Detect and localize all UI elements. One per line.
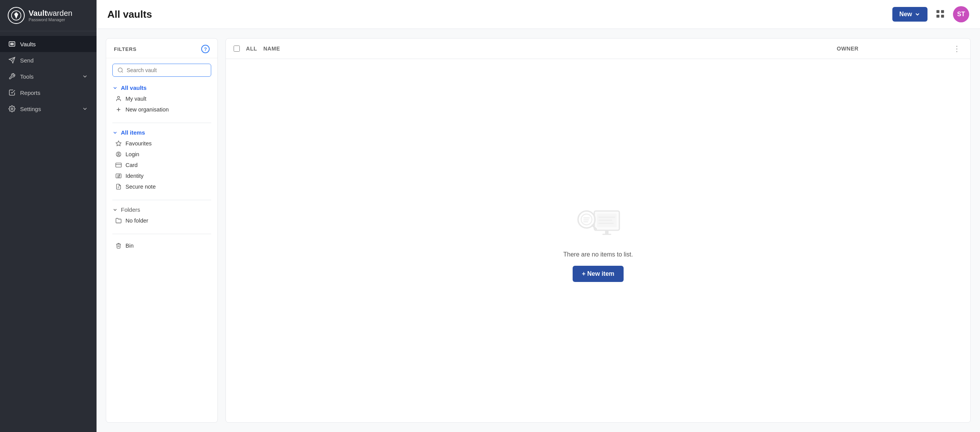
svg-rect-7 (936, 15, 939, 18)
page-title: All vaults (107, 8, 892, 20)
login-label: Login (125, 151, 139, 157)
items-section: All items Favourites Login (106, 127, 217, 196)
my-vault-label: My vault (125, 96, 146, 102)
filters-header: FILTERS ? (106, 39, 217, 58)
vaults-section: All vaults My vault New organisation (106, 82, 217, 119)
select-all-label: All (246, 46, 257, 52)
svg-point-9 (118, 68, 122, 72)
filters-panel: FILTERS ? All vaults (106, 38, 218, 423)
search-box[interactable] (112, 64, 211, 77)
col-name-header: Name (263, 46, 831, 52)
person-icon (115, 96, 122, 102)
topbar-actions: New ST (892, 6, 969, 22)
card-item[interactable]: Card (112, 160, 211, 170)
topbar: All vaults New ST (97, 0, 980, 29)
new-button[interactable]: New (892, 7, 927, 22)
svg-point-23 (119, 175, 120, 176)
note-icon (115, 184, 122, 190)
collapse-folders-icon (112, 207, 118, 213)
identity-icon (115, 173, 122, 179)
svg-rect-28 (605, 230, 609, 234)
sidebar-item-tools[interactable]: Tools (0, 68, 97, 84)
help-icon-label: ? (204, 46, 207, 52)
new-item-button[interactable]: + New item (573, 266, 624, 282)
empty-state: There are no items to list. + New item (226, 59, 970, 422)
vault-icon (8, 40, 15, 47)
my-vault-item[interactable]: My vault (112, 93, 211, 104)
col-actions-header: ⋮ (951, 44, 963, 53)
select-all-checkbox[interactable] (234, 46, 240, 52)
all-items-header[interactable]: All items (112, 129, 211, 136)
divider-1 (112, 123, 211, 123)
bin-icon (115, 243, 122, 249)
empty-message: There are no items to list. (563, 251, 633, 258)
login-icon (115, 151, 122, 157)
favourites-item[interactable]: Favourites (112, 138, 211, 149)
logo-icon (8, 7, 25, 24)
svg-rect-8 (941, 15, 944, 18)
login-item[interactable]: Login (112, 149, 211, 160)
sidebar-item-settings[interactable]: Settings (0, 101, 97, 117)
all-items-label: All items (121, 129, 145, 136)
no-folder-item[interactable]: No folder (112, 215, 211, 226)
grid-view-button[interactable] (933, 7, 948, 22)
card-icon (115, 162, 122, 168)
folder-icon (115, 218, 122, 224)
folders-section: Folders No folder (106, 204, 217, 230)
bin-item[interactable]: Bin (112, 240, 211, 251)
sidebar-nav: Vaults Send Tools Reports (0, 31, 97, 432)
avatar[interactable]: ST (953, 6, 969, 22)
sidebar: Vaultwarden Password Manager Vaults Send (0, 0, 97, 432)
sidebar-item-send-label: Send (20, 57, 34, 64)
svg-rect-17 (116, 163, 122, 167)
sidebar-item-vaults[interactable]: Vaults (0, 36, 97, 52)
divider-3 (112, 234, 211, 234)
send-icon (8, 57, 15, 64)
new-button-label: New (899, 11, 912, 18)
table-more-icon[interactable]: ⋮ (953, 44, 961, 53)
sidebar-item-send[interactable]: Send (0, 52, 97, 68)
col-owner-header: Owner (837, 46, 945, 52)
main-area: All vaults New ST (97, 0, 980, 432)
reports-icon (8, 89, 15, 96)
new-organisation-item[interactable]: New organisation (112, 104, 211, 115)
svg-rect-6 (941, 10, 944, 13)
sidebar-item-reports-label: Reports (20, 89, 41, 96)
svg-marker-14 (116, 141, 121, 146)
bin-label: Bin (125, 243, 134, 249)
svg-point-11 (117, 96, 119, 98)
all-vaults-label: All vaults (121, 84, 147, 91)
collapse-items-icon (112, 130, 118, 135)
secure-note-label: Secure note (125, 184, 156, 190)
sidebar-item-vaults-label: Vaults (20, 41, 36, 47)
folders-header[interactable]: Folders (112, 206, 211, 213)
app-name: Vaultwarden (29, 9, 72, 17)
svg-rect-5 (936, 10, 939, 13)
identity-label: Identity (125, 173, 144, 179)
tools-icon (8, 73, 15, 80)
identity-item[interactable]: Identity (112, 170, 211, 181)
bin-section: Bin (106, 238, 217, 255)
sidebar-item-reports[interactable]: Reports (0, 84, 97, 101)
app-subtitle: Password Manager (29, 17, 72, 22)
svg-point-3 (12, 44, 12, 44)
collapse-vaults-icon (112, 85, 118, 91)
new-item-button-label: + New item (582, 270, 614, 277)
avatar-initials: ST (957, 11, 965, 18)
secure-note-item[interactable]: Secure note (112, 181, 211, 192)
settings-chevron-icon (82, 106, 88, 112)
settings-icon (8, 105, 15, 112)
content-area: FILTERS ? All vaults (97, 29, 980, 432)
all-vaults-header[interactable]: All vaults (112, 84, 211, 91)
chevron-down-icon (914, 11, 921, 17)
logo-text: Vaultwarden Password Manager (29, 9, 72, 22)
sidebar-item-settings-label: Settings (20, 106, 41, 112)
vault-area: All Name Owner ⋮ (226, 38, 971, 423)
help-icon[interactable]: ? (201, 45, 210, 53)
folders-label: Folders (121, 206, 140, 213)
search-icon (117, 67, 124, 73)
plus-icon (115, 106, 122, 113)
logo: Vaultwarden Password Manager (0, 0, 97, 31)
svg-point-16 (118, 153, 119, 155)
search-input[interactable] (127, 67, 206, 73)
